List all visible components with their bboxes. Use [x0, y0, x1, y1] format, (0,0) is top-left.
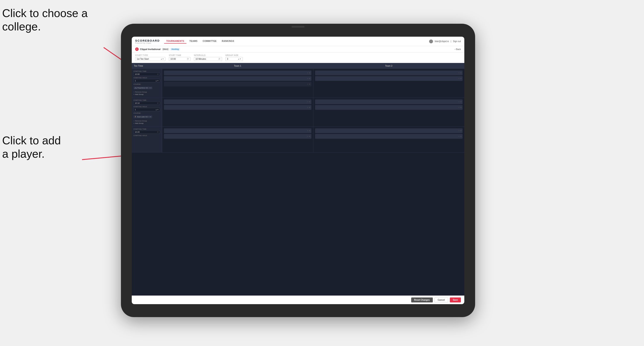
chevron-down-icon-4[interactable]: ▾ [309, 72, 310, 74]
team1-col-2: × ▾ × ▾ [162, 98, 313, 126]
chevron-down-icon-12[interactable]: ▾ [460, 101, 462, 103]
reset-changes-button[interactable]: Reset Changes [411, 298, 433, 302]
chevron-down-icon-15[interactable]: ▾ [309, 135, 310, 137]
chevron-down-icon-17[interactable]: ▾ [460, 135, 462, 137]
chevron-down-icon-3[interactable]: ▾ [150, 87, 152, 89]
chevron-down-icon-13[interactable]: ▾ [460, 106, 462, 109]
player-slot[interactable]: × ▾ [315, 99, 462, 104]
player-slot[interactable]: × ▾ [315, 76, 462, 81]
logo-text: SCOREBOARD [135, 39, 160, 42]
start-type-select[interactable]: 1st Tee Start ▲▼ [135, 57, 166, 61]
close-icon-5[interactable]: × [458, 72, 460, 74]
course-tag-1[interactable]: (A) Peachtree GC × ▾ [134, 86, 152, 89]
sign-out-link[interactable]: Sign out [453, 40, 461, 42]
close-icon-12[interactable]: × [307, 130, 308, 132]
player-slot[interactable]: × ▾ [164, 76, 312, 81]
player-slot[interactable]: × ▾ [164, 134, 312, 139]
course-tag-2[interactable]: 🏌 East Lake GC × ▾ [134, 115, 152, 118]
tournament-badge: (Men) [162, 48, 169, 50]
chevron-down-icon-8[interactable]: ▾ [460, 77, 462, 80]
annotation-line3: Click to add [2, 134, 61, 147]
add-group-btn-2[interactable]: +Add Group [134, 122, 160, 124]
cancel-button[interactable]: Cancel [434, 298, 448, 302]
course-label: COURSE: [134, 83, 160, 85]
close-icon-15[interactable]: × [458, 135, 460, 137]
player-slot[interactable]: × ▾ [164, 128, 312, 133]
sub-header: C Clippd Invitational (Men) Hosting ‹ Ba… [132, 46, 464, 52]
chevron-down-icon-14[interactable]: ▾ [309, 130, 310, 132]
starting-hole-input-2[interactable]: 1 ▲▼ [134, 108, 160, 111]
chevron-down-icon-10[interactable]: ▾ [309, 101, 310, 103]
close-icon-13[interactable]: × [307, 135, 308, 137]
chevron-down-icon-9[interactable]: ▾ [150, 116, 151, 118]
chevron-down-icon: ▲▼ [160, 58, 164, 60]
close-icon-10[interactable]: × [458, 101, 460, 103]
table-row: STARTING TIME: 10:00 ⏱ STARTING HOLE: 1 … [132, 69, 464, 98]
player-slot[interactable]: × ▾ [315, 134, 462, 139]
add-group-btn-1[interactable]: +Add Group [134, 93, 160, 95]
close-icon-14[interactable]: × [458, 130, 460, 132]
close-icon-4[interactable]: × [307, 83, 308, 85]
close-icon-11[interactable]: × [458, 106, 460, 109]
starting-hole-input-1[interactable]: 1 ▲▼ [134, 79, 160, 82]
player-slot[interactable]: × ▾ [164, 105, 312, 110]
team1-col-3: × ▾ × ▾ [162, 127, 313, 152]
chevron-down-icon-16[interactable]: ▾ [460, 130, 462, 132]
team2-col-3: × ▾ × ▾ [313, 127, 464, 152]
start-type-label: Start Type [135, 54, 166, 56]
group-size-select[interactable]: 3 ▲▼ [226, 57, 243, 61]
team2-col-2: × ▾ × ▾ [313, 98, 464, 126]
annotation-line4: a player. [2, 148, 45, 160]
tournament-title: C Clippd Invitational (Men) Hosting [135, 47, 180, 51]
player-slot[interactable]: × ▾ [164, 99, 312, 104]
remove-group-btn-1[interactable]: ○Remove Group [134, 91, 160, 93]
close-icon-7[interactable]: × [148, 116, 150, 118]
close-icon-3[interactable]: × [307, 77, 308, 80]
intervals-select[interactable]: 10 Minutes ⏱ [194, 57, 222, 61]
player-slot[interactable]: × ▾ [164, 71, 312, 75]
start-time-label: Start Time [169, 54, 190, 56]
hosting-badge: Hosting [170, 48, 180, 50]
camera-bump [292, 26, 304, 28]
player-slot[interactable]: × ▾ [315, 71, 462, 75]
clippd-logo: C [135, 47, 139, 51]
player-slot[interactable]: × ▾ [164, 82, 312, 86]
chevron-down-icon-11[interactable]: ▾ [309, 106, 310, 109]
chevron-down-icon-6[interactable]: ▾ [309, 83, 310, 85]
nav-tournaments[interactable]: TOURNAMENTS [164, 39, 186, 44]
nav-rankings[interactable]: RANKINGS [220, 39, 236, 44]
starting-time-input-2[interactable]: 10:10 ⏱ [134, 101, 160, 105]
back-button[interactable]: ‹ Back [454, 48, 461, 50]
table-row: STARTING TIME: 10:20 ⏱ STARTING HOLE: × … [132, 127, 464, 153]
logo-sub: Powered by clippd [135, 42, 160, 44]
player-slot[interactable]: × ▾ [315, 128, 462, 133]
footer: Reset Changes Cancel Save [132, 296, 464, 304]
close-icon-6[interactable]: × [458, 77, 460, 80]
remove-group-btn-2[interactable]: ○Remove Group [134, 120, 160, 122]
table-header: Tee Time Team 1 Team 2 [132, 63, 464, 69]
main-content[interactable]: STARTING TIME: 10:00 ⏱ STARTING HOLE: 1 … [132, 69, 464, 296]
chevron-down-icon-5[interactable]: ▾ [309, 77, 310, 80]
nav-teams[interactable]: TEAMS [187, 39, 200, 44]
table-row: STARTING TIME: 10:10 ⏱ STARTING HOLE: 1 … [132, 98, 464, 127]
tee-panel-1: STARTING TIME: 10:00 ⏱ STARTING HOLE: 1 … [132, 69, 162, 98]
save-button[interactable]: Save [450, 298, 461, 302]
tablet-frame: SCOREBOARD Powered by clippd TOURNAMENTS… [121, 24, 475, 317]
close-icon-9[interactable]: × [307, 106, 308, 109]
close-icon-8[interactable]: × [307, 101, 308, 103]
annotation-choose-college: Click to choose a college. [2, 6, 88, 33]
starting-time-label: STARTING TIME: [134, 71, 160, 72]
th-team2: Team 2 [313, 63, 464, 69]
starting-time-input-1[interactable]: 10:00 ⏱ [134, 72, 160, 76]
starting-hole-label: STARTING HOLE: [134, 77, 160, 79]
nav-committee[interactable]: COMMITTEE [201, 39, 219, 44]
player-slot[interactable]: × ▾ [315, 105, 462, 110]
starting-time-input-3[interactable]: 10:20 ⏱ [134, 130, 160, 134]
user-email: blair@clippd.io [435, 40, 449, 42]
chevron-icon-hole: ▲▼ [155, 80, 159, 82]
clock-icon: ⏱ [187, 58, 189, 60]
start-time-input[interactable]: 10:00 ⏱ [169, 57, 190, 61]
close-icon-2[interactable]: × [307, 72, 308, 74]
close-icon[interactable]: × [149, 87, 150, 89]
chevron-down-icon-7[interactable]: ▾ [460, 72, 462, 74]
